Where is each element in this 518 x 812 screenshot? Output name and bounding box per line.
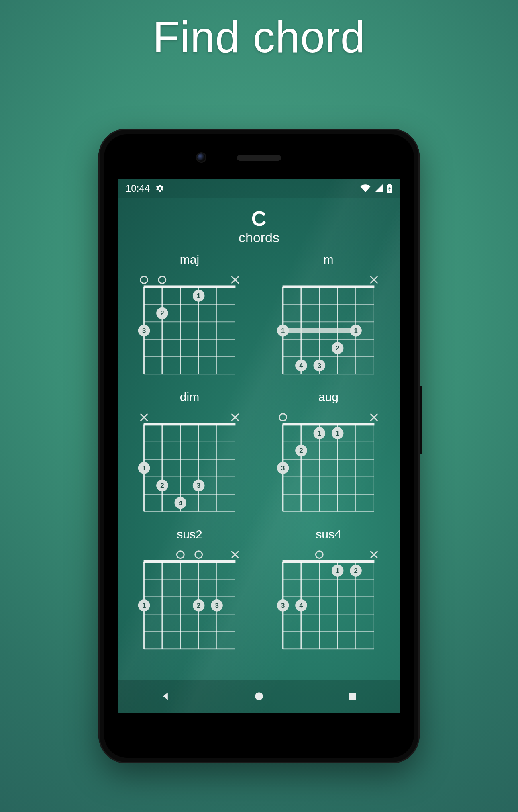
chord-type-label: dim — [132, 390, 247, 404]
battery-charging-icon — [387, 184, 392, 193]
svg-text:1: 1 — [354, 327, 357, 335]
svg-text:1: 1 — [142, 602, 146, 610]
chord-diagram: 11234 — [271, 270, 386, 378]
svg-point-4 — [159, 276, 166, 284]
svg-text:3: 3 — [215, 602, 218, 610]
svg-text:2: 2 — [197, 602, 200, 610]
gear-icon — [155, 184, 164, 193]
promo-title: Find chord — [0, 11, 518, 62]
chord-subtitle: chords — [118, 230, 400, 245]
chord-card-sus2[interactable]: sus2123 — [132, 528, 247, 653]
svg-text:2: 2 — [354, 567, 357, 575]
phone-screen: 10:44 C — [118, 179, 400, 713]
chord-header: C chords — [118, 207, 400, 245]
svg-text:4: 4 — [179, 499, 183, 507]
svg-point-99 — [177, 551, 184, 558]
status-time: 10:44 — [126, 183, 150, 194]
chord-diagram: 1234 — [271, 544, 386, 653]
chord-card-sus4[interactable]: sus41234 — [271, 528, 386, 653]
svg-rect-121 — [283, 560, 375, 563]
wifi-icon — [360, 184, 371, 192]
svg-text:2: 2 — [299, 447, 303, 455]
nav-home-button[interactable] — [251, 689, 267, 704]
chord-diagram: 123 — [132, 544, 247, 653]
svg-rect-38 — [283, 328, 356, 333]
svg-text:3: 3 — [197, 482, 200, 489]
nav-back-button[interactable] — [158, 689, 173, 704]
svg-rect-142 — [349, 693, 356, 700]
chord-type-label: aug — [271, 390, 386, 404]
chord-root: C — [118, 207, 400, 231]
svg-text:1: 1 — [197, 292, 200, 300]
chord-type-label: sus4 — [271, 528, 386, 541]
nav-recent-button[interactable] — [345, 689, 360, 704]
chord-type-label: sus2 — [132, 528, 247, 541]
svg-text:1: 1 — [142, 464, 146, 472]
svg-rect-53 — [144, 423, 236, 426]
svg-rect-76 — [283, 423, 375, 426]
svg-text:3: 3 — [281, 464, 285, 472]
chord-card-aug[interactable]: aug1123 — [271, 390, 386, 515]
svg-text:2: 2 — [160, 482, 164, 489]
svg-text:3: 3 — [281, 602, 285, 610]
svg-text:1: 1 — [336, 430, 339, 437]
chord-diagram: 1234 — [132, 407, 247, 515]
speaker-grille — [237, 155, 281, 161]
svg-point-5 — [141, 276, 148, 284]
status-bar: 10:44 — [118, 179, 400, 198]
android-nav-bar — [118, 680, 400, 713]
svg-point-120 — [316, 551, 323, 558]
svg-point-141 — [255, 692, 263, 700]
svg-text:3: 3 — [142, 327, 146, 335]
svg-text:1: 1 — [318, 430, 321, 437]
chord-type-label: maj — [132, 253, 247, 266]
chord-card-maj[interactable]: maj123 — [132, 253, 247, 378]
chord-card-dim[interactable]: dim1234 — [132, 390, 247, 515]
front-camera — [197, 153, 205, 162]
svg-rect-26 — [283, 285, 375, 288]
cell-signal-icon — [375, 184, 383, 192]
svg-rect-100 — [144, 560, 236, 563]
phone-bezel: 10:44 C — [104, 134, 414, 758]
chord-diagram: 1123 — [271, 407, 386, 515]
chord-card-m[interactable]: m11234 — [271, 253, 386, 378]
svg-text:2: 2 — [160, 309, 164, 317]
chord-diagram: 123 — [132, 270, 247, 378]
svg-text:4: 4 — [299, 362, 303, 370]
svg-point-75 — [279, 414, 287, 421]
chord-type-label: m — [271, 253, 386, 266]
phone-frame: 10:44 C — [98, 129, 420, 763]
svg-rect-6 — [144, 285, 236, 288]
svg-text:2: 2 — [336, 344, 339, 352]
svg-point-98 — [195, 551, 202, 558]
chord-grid: maj123m11234dim1234aug1123sus2123sus4123… — [118, 245, 400, 653]
svg-text:1: 1 — [281, 327, 285, 335]
svg-rect-0 — [388, 184, 391, 185]
svg-text:1: 1 — [336, 567, 339, 575]
svg-text:3: 3 — [318, 362, 321, 370]
svg-text:4: 4 — [299, 602, 303, 610]
